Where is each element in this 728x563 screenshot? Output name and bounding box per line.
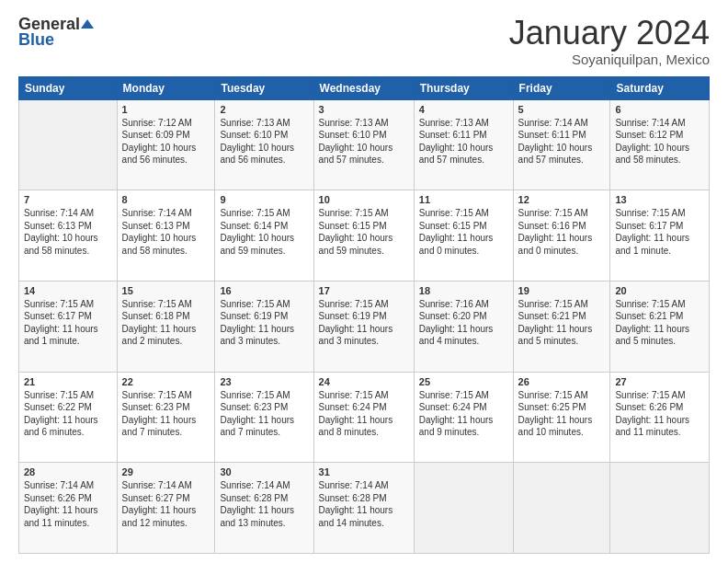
day-info: Sunrise: 7:15 AMSunset: 6:26 PMDaylight:…: [615, 389, 704, 439]
sunset: Sunset: 6:15 PM: [419, 221, 487, 231]
daylight: Daylight: 11 hours and 6 minutes.: [24, 415, 98, 438]
day-cell: 7Sunrise: 7:14 AMSunset: 6:13 PMDaylight…: [19, 190, 118, 282]
sunrise: Sunrise: 7:15 AM: [419, 390, 489, 400]
daylight: Daylight: 11 hours and 7 minutes.: [220, 415, 294, 438]
day-number: 24: [319, 376, 409, 387]
sunrise: Sunrise: 7:14 AM: [319, 480, 389, 490]
day-info: Sunrise: 7:14 AMSunset: 6:27 PMDaylight:…: [122, 479, 210, 529]
month-title: January 2024: [509, 15, 710, 52]
daylight: Daylight: 11 hours and 3 minutes.: [319, 324, 393, 347]
day-number: 31: [319, 466, 409, 477]
sunrise: Sunrise: 7:14 AM: [220, 480, 290, 490]
day-info: Sunrise: 7:14 AMSunset: 6:28 PMDaylight:…: [220, 479, 308, 529]
day-cell: 13Sunrise: 7:15 AMSunset: 6:17 PMDayligh…: [610, 190, 710, 282]
sunrise: Sunrise: 7:15 AM: [615, 299, 685, 309]
day-info: Sunrise: 7:15 AMSunset: 6:23 PMDaylight:…: [122, 389, 210, 439]
day-cell: 25Sunrise: 7:15 AMSunset: 6:24 PMDayligh…: [414, 372, 513, 463]
day-number: 15: [122, 285, 210, 296]
day-cell: 4Sunrise: 7:13 AMSunset: 6:11 PMDaylight…: [414, 99, 513, 190]
day-number: 8: [122, 194, 210, 205]
daylight: Daylight: 10 hours and 58 minutes.: [24, 233, 98, 256]
sunrise: Sunrise: 7:13 AM: [319, 118, 389, 128]
day-cell: 28Sunrise: 7:14 AMSunset: 6:26 PMDayligh…: [19, 463, 118, 554]
day-info: Sunrise: 7:16 AMSunset: 6:20 PMDaylight:…: [419, 298, 508, 348]
sunrise: Sunrise: 7:15 AM: [518, 299, 588, 309]
day-info: Sunrise: 7:15 AMSunset: 6:15 PMDaylight:…: [319, 207, 409, 257]
col-header-friday: Friday: [513, 76, 610, 99]
logo-blue-text: Blue: [18, 30, 54, 50]
sunset: Sunset: 6:13 PM: [24, 221, 92, 231]
sunrise: Sunrise: 7:15 AM: [319, 390, 389, 400]
location-title: Soyaniquilpan, Mexico: [509, 52, 710, 67]
day-number: 3: [319, 104, 409, 115]
sunset: Sunset: 6:11 PM: [419, 130, 487, 140]
sunset: Sunset: 6:28 PM: [319, 493, 387, 503]
day-number: 21: [24, 376, 112, 387]
day-number: 19: [518, 285, 606, 296]
calendar-header-row: SundayMondayTuesdayWednesdayThursdayFrid…: [19, 76, 710, 99]
day-info: Sunrise: 7:14 AMSunset: 6:11 PMDaylight:…: [518, 117, 606, 167]
day-number: 6: [615, 104, 704, 115]
sunset: Sunset: 6:11 PM: [518, 130, 586, 140]
calendar: SundayMondayTuesdayWednesdayThursdayFrid…: [18, 76, 710, 554]
daylight: Daylight: 11 hours and 3 minutes.: [220, 324, 294, 347]
sunset: Sunset: 6:09 PM: [122, 130, 190, 140]
sunset: Sunset: 6:15 PM: [319, 221, 387, 231]
daylight: Daylight: 10 hours and 56 minutes.: [122, 143, 197, 166]
sunset: Sunset: 6:20 PM: [419, 311, 487, 321]
day-info: Sunrise: 7:15 AMSunset: 6:16 PMDaylight:…: [518, 207, 606, 257]
day-info: Sunrise: 7:15 AMSunset: 6:14 PMDaylight:…: [220, 207, 308, 257]
daylight: Daylight: 11 hours and 5 minutes.: [518, 324, 593, 347]
day-info: Sunrise: 7:15 AMSunset: 6:21 PMDaylight:…: [615, 298, 704, 348]
sunset: Sunset: 6:23 PM: [220, 402, 288, 412]
sunrise: Sunrise: 7:12 AM: [122, 118, 192, 128]
day-cell: 15Sunrise: 7:15 AMSunset: 6:18 PMDayligh…: [117, 281, 215, 372]
sunrise: Sunrise: 7:15 AM: [122, 299, 192, 309]
day-cell: 19Sunrise: 7:15 AMSunset: 6:21 PMDayligh…: [513, 281, 610, 372]
day-cell: [610, 463, 710, 554]
daylight: Daylight: 11 hours and 9 minutes.: [419, 415, 494, 438]
day-number: 2: [220, 104, 308, 115]
day-info: Sunrise: 7:15 AMSunset: 6:15 PMDaylight:…: [419, 207, 508, 257]
day-cell: 27Sunrise: 7:15 AMSunset: 6:26 PMDayligh…: [610, 372, 710, 463]
day-cell: 8Sunrise: 7:14 AMSunset: 6:13 PMDaylight…: [117, 190, 215, 282]
day-cell: 5Sunrise: 7:14 AMSunset: 6:11 PMDaylight…: [513, 99, 610, 190]
col-header-thursday: Thursday: [414, 76, 513, 99]
sunrise: Sunrise: 7:14 AM: [122, 208, 192, 218]
sunset: Sunset: 6:23 PM: [122, 402, 190, 412]
day-info: Sunrise: 7:12 AMSunset: 6:09 PMDaylight:…: [122, 117, 210, 167]
day-cell: [19, 99, 118, 190]
day-number: 9: [220, 194, 308, 205]
daylight: Daylight: 11 hours and 10 minutes.: [518, 415, 593, 438]
sunrise: Sunrise: 7:15 AM: [518, 208, 588, 218]
sunrise: Sunrise: 7:15 AM: [615, 390, 685, 400]
sunrise: Sunrise: 7:15 AM: [615, 208, 685, 218]
sunset: Sunset: 6:18 PM: [122, 311, 190, 321]
day-number: 29: [122, 466, 210, 477]
sunset: Sunset: 6:10 PM: [220, 130, 288, 140]
sunset: Sunset: 6:24 PM: [419, 402, 487, 412]
sunset: Sunset: 6:26 PM: [615, 402, 683, 412]
daylight: Daylight: 11 hours and 8 minutes.: [319, 415, 393, 438]
daylight: Daylight: 11 hours and 14 minutes.: [319, 505, 393, 528]
sunset: Sunset: 6:24 PM: [319, 402, 387, 412]
daylight: Daylight: 11 hours and 12 minutes.: [122, 505, 197, 528]
day-info: Sunrise: 7:15 AMSunset: 6:19 PMDaylight:…: [220, 298, 308, 348]
daylight: Daylight: 10 hours and 59 minutes.: [220, 233, 294, 256]
logo: General Blue: [18, 15, 94, 50]
daylight: Daylight: 11 hours and 0 minutes.: [518, 233, 593, 256]
day-info: Sunrise: 7:13 AMSunset: 6:11 PMDaylight:…: [419, 117, 508, 167]
day-cell: 10Sunrise: 7:15 AMSunset: 6:15 PMDayligh…: [313, 190, 414, 282]
sunset: Sunset: 6:27 PM: [122, 493, 190, 503]
sunrise: Sunrise: 7:15 AM: [220, 299, 290, 309]
daylight: Daylight: 10 hours and 57 minutes.: [419, 143, 494, 166]
sunrise: Sunrise: 7:13 AM: [220, 118, 290, 128]
day-cell: 9Sunrise: 7:15 AMSunset: 6:14 PMDaylight…: [215, 190, 313, 282]
day-cell: 26Sunrise: 7:15 AMSunset: 6:25 PMDayligh…: [513, 372, 610, 463]
day-number: 13: [615, 194, 704, 205]
sunrise: Sunrise: 7:15 AM: [220, 208, 290, 218]
day-info: Sunrise: 7:15 AMSunset: 6:17 PMDaylight:…: [615, 207, 704, 257]
day-cell: 2Sunrise: 7:13 AMSunset: 6:10 PMDaylight…: [215, 99, 313, 190]
day-info: Sunrise: 7:14 AMSunset: 6:12 PMDaylight:…: [615, 117, 704, 167]
day-cell: 1Sunrise: 7:12 AMSunset: 6:09 PMDaylight…: [117, 99, 215, 190]
